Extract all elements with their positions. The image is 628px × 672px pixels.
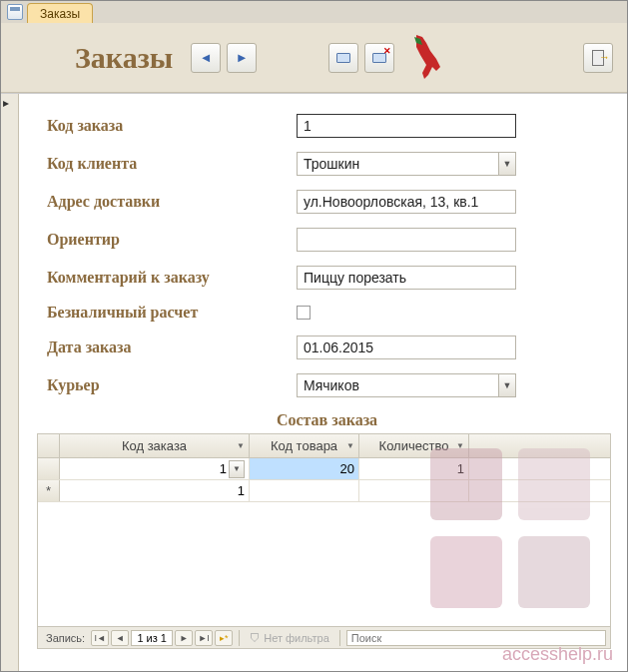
new-row-marker: * — [38, 480, 60, 501]
delete-record-button[interactable]: ✕ — [364, 43, 394, 73]
cell-qty[interactable] — [359, 480, 469, 501]
label-address: Адрес доставки — [47, 193, 297, 211]
cell-product-id[interactable]: 20 — [250, 458, 359, 479]
exit-icon — [592, 50, 604, 66]
new-row[interactable]: * 1 — [38, 480, 610, 502]
delete-x-icon: ✕ — [383, 46, 391, 56]
cell-product-id[interactable] — [250, 480, 359, 501]
current-record-marker-icon: ▸ — [3, 96, 9, 110]
order-items-grid: Код заказа▼ Код товара▼ Количество▼ 1▼ 2… — [37, 433, 611, 649]
label-order-id: Код заказа — [47, 117, 297, 135]
chevron-down-icon: ▼ — [346, 441, 354, 450]
nav-prev-button[interactable]: ◄ — [111, 630, 129, 646]
section-title-order-items: Состав заказа — [47, 411, 607, 429]
grid-header: Код заказа▼ Код товара▼ Количество▼ — [38, 434, 610, 458]
tab-orders[interactable]: Заказы — [27, 3, 93, 23]
label-courier: Курьер — [47, 376, 297, 394]
nav-new-button[interactable]: ▸* — [215, 630, 233, 646]
order-date-input[interactable] — [297, 336, 516, 359]
col-product-id[interactable]: Код товара▼ — [250, 434, 359, 457]
order-id-input[interactable] — [297, 114, 516, 138]
prev-record-button[interactable]: ◄ — [191, 43, 221, 73]
courier-combo[interactable] — [297, 373, 498, 397]
form-body: ▸ Код заказа Код клиента ▼ Адрес доставк… — [1, 93, 627, 671]
record-selector[interactable]: ▸ — [1, 94, 19, 671]
form-header: Заказы ◄ ► ✕ — [1, 23, 627, 93]
label-order-date: Дата заказа — [47, 338, 297, 356]
grid-corner[interactable] — [38, 434, 60, 457]
comment-input[interactable] — [297, 266, 516, 290]
col-qty[interactable]: Количество▼ — [359, 434, 469, 457]
cell-order-id[interactable]: 1 — [60, 480, 250, 501]
nav-label: Запись: — [46, 632, 85, 644]
chevron-down-icon: ▼ — [456, 441, 464, 450]
close-form-button[interactable] — [583, 43, 613, 73]
cell-order-id[interactable]: 1▼ — [60, 458, 250, 479]
label-client-id: Код клиента — [47, 155, 297, 173]
landmark-input[interactable] — [297, 228, 516, 252]
courier-dropdown-button[interactable]: ▼ — [498, 373, 516, 397]
tab-bar: Заказы — [1, 1, 627, 23]
nav-first-button[interactable]: I◄ — [91, 630, 109, 646]
grid-record-nav: Запись: I◄ ◄ ► ►I ▸* ⛉ Нет фильтра — [38, 626, 610, 648]
record-icon — [336, 53, 350, 63]
page-title: Заказы — [75, 41, 173, 75]
italy-logo — [406, 33, 446, 83]
next-record-button[interactable]: ► — [227, 43, 257, 73]
client-id-dropdown-button[interactable]: ▼ — [498, 152, 516, 176]
col-order-id[interactable]: Код заказа▼ — [60, 434, 250, 457]
grid-search-input[interactable] — [346, 630, 606, 646]
chevron-down-icon: ▼ — [237, 441, 245, 450]
row-selector[interactable] — [38, 458, 60, 479]
nav-next-button[interactable]: ► — [175, 630, 193, 646]
filter-indicator[interactable]: ⛉ Нет фильтра — [250, 632, 329, 644]
cell-dropdown-button[interactable]: ▼ — [229, 460, 245, 478]
cashless-checkbox[interactable] — [297, 306, 311, 320]
nav-last-button[interactable]: ►I — [195, 630, 213, 646]
label-comment: Комментарий к заказу — [47, 269, 297, 287]
form-icon — [7, 4, 23, 20]
client-id-combo[interactable] — [297, 152, 498, 176]
cell-qty[interactable]: 1 — [359, 458, 469, 479]
nav-position-input[interactable] — [131, 630, 173, 646]
label-cashless: Безналичный расчет — [47, 304, 297, 322]
label-landmark: Ориентир — [47, 231, 297, 249]
address-input[interactable] — [297, 190, 516, 214]
new-record-button[interactable] — [328, 43, 358, 73]
table-row[interactable]: 1▼ 20 1 — [38, 458, 610, 480]
